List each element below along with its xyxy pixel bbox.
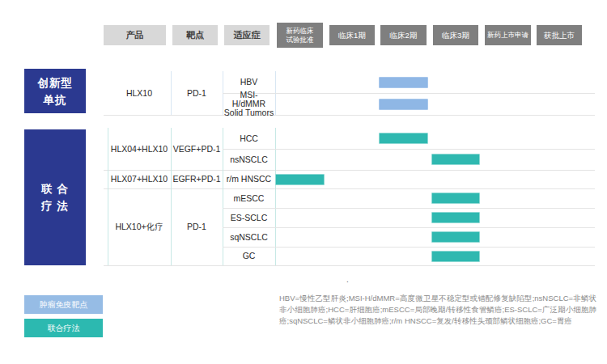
indication-label: MSI-H/dMMR Solid Tumors [223,93,274,115]
product-target: VEGF+PD-1 [171,128,223,170]
group-label-box: 联 合 疗 法 [24,129,86,265]
column-header-stage: 获批上市 [537,25,582,45]
stage-progress-bar [379,133,428,144]
row-separator [223,247,595,248]
column-header-stage: 临床1期 [329,25,375,45]
group-label-box: 创新型 单抗 [24,69,86,113]
product-name: HLX04+HLX10 [108,128,171,170]
product-name: HLX10 [108,71,171,115]
column-header-stage: 新药临床 试验批准 [277,23,323,48]
stage-progress-bar [379,99,428,110]
legend-item: 肿瘤免疫靶点 [24,295,103,314]
stage-progress-bar [379,77,428,88]
stage-progress-bar [275,174,325,185]
product-target: PD-1 [171,71,223,115]
product-target: PD-1 [171,188,223,265]
stage-progress-bar [431,251,480,262]
row-separator [223,227,595,228]
column-header-stage: 临床2期 [380,25,427,45]
column-header-meta: 适应症 [224,25,270,45]
indication-label: sqNSCLC [223,227,274,247]
product-name: HLX07+HLX10 [108,170,171,188]
product-target: EGFR+PD-1 [171,170,223,188]
block-separator [104,265,595,266]
stage-progress-bar [431,231,480,243]
indication-label: mESCC [223,188,274,208]
column-header-stage: 临床3期 [433,25,478,45]
indication-label: HCC [223,128,274,149]
stage-progress-bar [431,193,480,204]
row-separator [223,93,595,94]
block-separator [104,115,595,116]
column-header-stage: 新药上市申请 [485,25,531,45]
abbreviation-footnote: HBV=慢性乙型肝炎;MSI-H/dMMR=高度微卫星不稳定型或错配修复缺陷型;… [279,293,596,327]
indication-label: ES-SCLC [223,208,274,227]
indication-label: nsNSCLC [223,149,274,170]
row-separator [223,149,595,150]
stray-period: . [346,275,349,284]
legend-item: 联合疗法 [24,319,103,337]
row-separator [223,208,595,209]
stage-progress-bar [431,212,480,223]
stage-progress-bar [431,154,480,165]
pipeline-chart: HBV=慢性乙型肝炎;MSI-H/dMMR=高度微卫星不稳定型或错配修复缺陷型;… [0,0,607,364]
product-name: HLX10+化疗 [108,188,171,265]
indication-label: GC [223,247,274,265]
column-header-meta: 靶点 [172,25,218,45]
column-header-meta: 产品 [104,25,166,45]
indication-label: r/m HNSCC [223,170,274,188]
